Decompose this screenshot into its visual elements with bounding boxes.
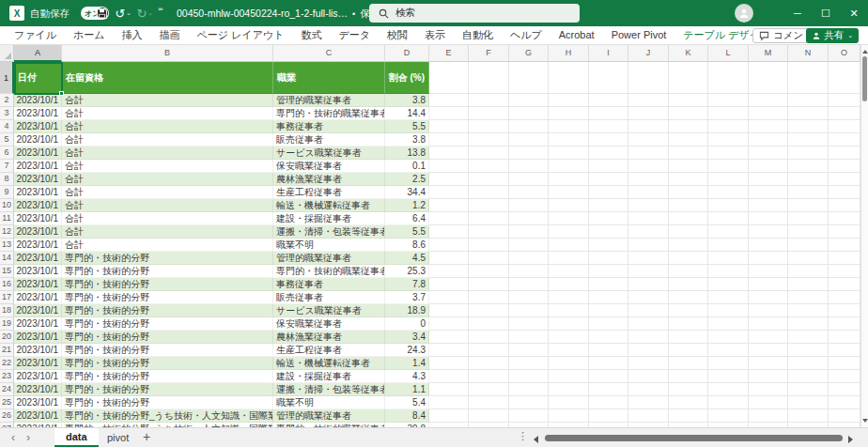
cell[interactable]: 3.7 [385, 291, 429, 304]
cell[interactable] [749, 252, 788, 265]
cell[interactable] [628, 409, 669, 423]
cell[interactable]: 保安職業従事者 [273, 160, 385, 173]
cell[interactable]: 専門的・技術的分野 [62, 291, 273, 304]
cell[interactable] [788, 331, 829, 344]
cell[interactable] [829, 225, 860, 239]
cell[interactable] [788, 62, 829, 94]
row-header-5[interactable]: 5 [0, 133, 14, 146]
cell[interactable] [829, 146, 860, 160]
cell[interactable] [708, 344, 749, 357]
cell[interactable] [708, 133, 749, 146]
cell[interactable]: 18.9 [385, 304, 429, 317]
cell[interactable] [469, 344, 509, 357]
cell[interactable] [829, 252, 860, 265]
row-header-15[interactable]: 15 [0, 265, 14, 278]
cell[interactable] [788, 173, 829, 186]
cell[interactable] [509, 291, 549, 304]
cell[interactable] [589, 199, 628, 212]
cell[interactable] [829, 317, 860, 331]
cell[interactable] [788, 146, 829, 160]
row-header-7[interactable]: 7 [0, 160, 14, 173]
cell[interactable] [669, 146, 708, 160]
cell[interactable] [749, 146, 788, 160]
cell[interactable] [429, 199, 469, 212]
cell[interactable]: サービス職業従事者 [273, 304, 385, 317]
cell[interactable] [628, 239, 669, 252]
cell[interactable]: 2023/10/1 [14, 199, 62, 212]
row-header-14[interactable]: 14 [0, 252, 14, 265]
cell[interactable] [589, 344, 628, 357]
cell[interactable] [549, 291, 589, 304]
row-header-18[interactable]: 18 [0, 304, 14, 317]
cell[interactable]: 5.5 [385, 120, 429, 133]
cell[interactable] [509, 304, 549, 317]
row-header-11[interactable]: 11 [0, 212, 14, 225]
cell[interactable] [669, 107, 708, 120]
cell[interactable] [469, 225, 509, 239]
scroll-down-icon[interactable] [862, 419, 868, 423]
cell[interactable] [628, 94, 669, 107]
cell[interactable]: 4.5 [385, 252, 429, 265]
cell[interactable] [429, 370, 469, 383]
sheet-next-button[interactable]: › [26, 430, 30, 445]
cell[interactable] [469, 291, 509, 304]
cell[interactable] [708, 317, 749, 331]
cell[interactable] [549, 199, 589, 212]
cell[interactable] [469, 133, 509, 146]
row-header-3[interactable]: 3 [0, 107, 14, 120]
cell[interactable] [469, 212, 509, 225]
vertical-scrollbar-thumb[interactable] [862, 56, 867, 101]
cell[interactable]: 0 [385, 317, 429, 331]
row-header-20[interactable]: 20 [0, 331, 14, 344]
cell[interactable]: 8.4 [385, 409, 429, 423]
cell[interactable] [708, 331, 749, 344]
cell[interactable]: 農林漁業従事者 [273, 173, 385, 186]
cell[interactable]: 7.8 [385, 278, 429, 291]
cell[interactable] [509, 357, 549, 370]
cell[interactable] [469, 107, 509, 120]
hscroll-right-icon[interactable] [848, 436, 853, 443]
cell[interactable] [589, 225, 628, 239]
cell[interactable]: 2.5 [385, 173, 429, 186]
cell[interactable] [429, 186, 469, 199]
cell[interactable]: 専門的・技術的分野_うち技術・人文知識・国際業務 [62, 409, 273, 423]
cell[interactable] [469, 409, 509, 423]
excel-app-icon[interactable]: X [9, 6, 24, 21]
cell[interactable]: 専門的・技術的分野 [62, 383, 273, 396]
cell[interactable] [829, 396, 860, 409]
cell[interactable]: 2023/10/1 [14, 331, 62, 344]
cell[interactable] [429, 265, 469, 278]
cell[interactable] [749, 370, 788, 383]
cell[interactable] [829, 278, 860, 291]
row-header-17[interactable]: 17 [0, 291, 14, 304]
save-icon[interactable] [94, 6, 109, 21]
cell[interactable] [708, 383, 749, 396]
cell[interactable]: 販売従事者 [273, 291, 385, 304]
cell[interactable] [589, 133, 628, 146]
ribbon-tab-formulas[interactable]: 数式 [292, 26, 330, 44]
cell[interactable] [708, 278, 749, 291]
cell[interactable] [549, 94, 589, 107]
column-header-E[interactable]: E [429, 45, 469, 62]
cell[interactable] [788, 304, 829, 317]
cell[interactable] [788, 239, 829, 252]
row-header-8[interactable]: 8 [0, 173, 14, 186]
cell[interactable] [669, 331, 708, 344]
cell[interactable] [549, 409, 589, 423]
cell[interactable] [469, 146, 509, 160]
cell[interactable] [509, 370, 549, 383]
cell[interactable] [669, 291, 708, 304]
cell[interactable] [589, 370, 628, 383]
cell[interactable] [429, 252, 469, 265]
cell[interactable]: 2023/10/1 [14, 370, 62, 383]
column-header-J[interactable]: J [628, 45, 669, 62]
cell[interactable]: 専門的・技術的分野 [62, 344, 273, 357]
row-header-13[interactable]: 13 [0, 239, 14, 252]
cell[interactable] [708, 94, 749, 107]
cell[interactable]: 2023/10/1 [14, 107, 62, 120]
cell[interactable] [429, 331, 469, 344]
hscroll-left-icon[interactable] [534, 436, 538, 443]
cell[interactable] [549, 304, 589, 317]
row-header-4[interactable]: 4 [0, 120, 14, 133]
cell[interactable]: 2023/10/1 [14, 304, 62, 317]
